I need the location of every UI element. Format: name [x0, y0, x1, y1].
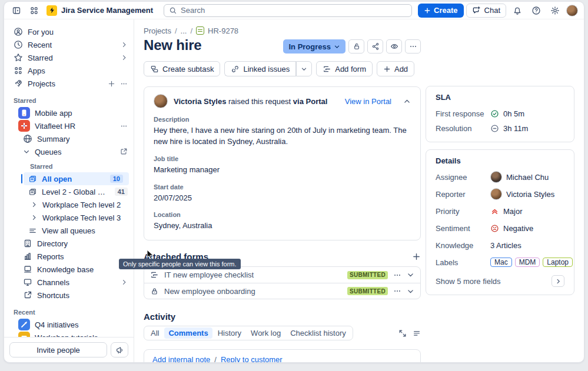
- help-button[interactable]: [529, 4, 544, 17]
- details-row-priority[interactable]: Priority Major: [436, 205, 564, 217]
- queue-group-workplace-tech-3[interactable]: Workplace Tech level 3: [4, 211, 134, 224]
- tab-work-log[interactable]: Work log: [247, 327, 285, 339]
- create-subtask-button[interactable]: Create subtask: [144, 61, 220, 76]
- issue-toolbar: Create subtask Linked issues: [144, 61, 421, 76]
- sidebar-project-vitafleet-hr[interactable]: Vitafleet HR: [4, 119, 134, 132]
- add-internal-note-link[interactable]: Add internal note: [152, 355, 210, 362]
- user-avatar[interactable]: [566, 5, 578, 16]
- search-input[interactable]: [181, 6, 407, 15]
- permissions-button[interactable]: [348, 39, 364, 54]
- linked-issues-dropdown[interactable]: [296, 61, 312, 76]
- label-chip[interactable]: Mac: [490, 258, 512, 267]
- tab-history[interactable]: History: [214, 327, 245, 339]
- tab-all[interactable]: All: [147, 327, 163, 339]
- search-bar[interactable]: [164, 4, 412, 17]
- knowledge-value: 3 Articles: [490, 241, 521, 250]
- queue-count-badge: 10: [110, 175, 123, 183]
- app-logo[interactable]: Jira Service Management: [44, 5, 157, 16]
- form-row-it-checklist[interactable]: IT new employee checklist SUBMITTED: [144, 267, 420, 283]
- issue-title[interactable]: New hire: [144, 37, 201, 54]
- sidebar-item-starred[interactable]: Starred: [4, 51, 134, 64]
- more-actions-button[interactable]: [405, 39, 421, 54]
- breadcrumb-ellipsis[interactable]: ...: [181, 26, 187, 35]
- queue-item-level2-global-sso[interactable]: Level 2 - Global SSO 41: [4, 185, 134, 198]
- notifications-button[interactable]: [510, 4, 525, 17]
- field-label: Location: [154, 211, 411, 218]
- breadcrumb-projects[interactable]: Projects: [144, 26, 171, 35]
- sort-lines-icon[interactable]: [413, 329, 421, 337]
- label-chip[interactable]: Laptop: [543, 258, 573, 267]
- details-row-reporter[interactable]: Reporter Victoria Styles: [436, 188, 564, 200]
- queue-item-view-all[interactable]: View all queues: [4, 224, 134, 237]
- chat-button[interactable]: Chat: [466, 4, 506, 18]
- sidebar-item-queues[interactable]: Queues: [4, 145, 134, 158]
- chevron-down-icon[interactable]: [407, 271, 414, 279]
- form-name[interactable]: New employee onboarding: [164, 287, 342, 296]
- tab-comments[interactable]: Comments: [164, 327, 212, 339]
- form-status-badge: SUBMITTED: [347, 287, 388, 295]
- sla-row-resolution[interactable]: Resolution 3h 11m: [436, 122, 564, 134]
- watch-button[interactable]: [386, 39, 402, 54]
- app-switcher-icon: [29, 6, 39, 15]
- breadcrumb-issue-key[interactable]: HR-9278: [208, 26, 238, 35]
- field-value[interactable]: 20/07/2025: [154, 193, 411, 204]
- chevron-down-icon[interactable]: [407, 288, 414, 295]
- settings-button[interactable]: [547, 4, 563, 17]
- field-value[interactable]: Sydney, Australia: [154, 220, 411, 232]
- more-icon[interactable]: [120, 122, 128, 130]
- description-text[interactable]: Hey there, I have a new hire staring on …: [154, 125, 411, 148]
- status-dropdown[interactable]: In Progress: [283, 39, 346, 54]
- linked-issues-button[interactable]: Linked issues: [224, 61, 295, 76]
- recent-item-workshop-tutorials[interactable]: Workshop tutorials: [4, 331, 134, 337]
- details-row-labels[interactable]: Labels Mac MDM Laptop: [436, 256, 564, 268]
- sidebar-toggle-button[interactable]: [9, 4, 24, 17]
- sla-row-first-response[interactable]: First response 0h 5m: [436, 108, 564, 119]
- more-icon[interactable]: [393, 287, 401, 295]
- share-button[interactable]: [367, 39, 383, 54]
- details-row-knowledge[interactable]: Knowledge 3 Articles: [436, 239, 564, 251]
- app-switcher-button[interactable]: [26, 4, 42, 17]
- create-button[interactable]: Create: [418, 4, 463, 18]
- details-row-assignee[interactable]: Assignee Michael Chu: [436, 171, 564, 183]
- label-chip[interactable]: MDM: [515, 258, 540, 267]
- comment-composer[interactable]: Add internal note / Reply to customer: [144, 349, 421, 362]
- more-icon[interactable]: [120, 80, 128, 88]
- queue-group-workplace-tech-2[interactable]: Workplace Tech level 2: [4, 198, 134, 211]
- form-row-onboarding[interactable]: New employee onboarding SUBMITTED: [144, 283, 420, 299]
- reply-to-customer-link[interactable]: Reply to customer: [221, 355, 283, 362]
- open-panel-icon[interactable]: [119, 148, 128, 156]
- sla-card: SLA First response 0h 5m Resolution: [426, 86, 574, 142]
- sidebar-item-label: For you: [28, 28, 128, 36]
- queue-item-all-open[interactable]: All open 10: [24, 172, 129, 185]
- sidebar-item-directory[interactable]: Directory: [4, 237, 134, 250]
- sidebar-item-for-you[interactable]: For you: [4, 25, 134, 38]
- sidebar-item-recent[interactable]: Recent: [4, 38, 134, 51]
- feedback-button[interactable]: [111, 342, 128, 357]
- more-icon[interactable]: [393, 271, 401, 279]
- add-button[interactable]: Add: [377, 61, 414, 76]
- sidebar-item-projects[interactable]: Projects: [4, 77, 134, 90]
- sidebar-item-summary[interactable]: Summary: [4, 132, 134, 145]
- add-form-plus-icon[interactable]: [412, 252, 421, 261]
- sidebar-item-channels[interactable]: Channels: [4, 276, 134, 289]
- sidebar-item-shortcuts[interactable]: Shortcuts: [4, 289, 134, 302]
- view-in-portal-link[interactable]: View in Portal: [345, 97, 391, 106]
- form-name[interactable]: IT new employee checklist: [164, 270, 342, 279]
- add-form-button[interactable]: Add form: [316, 61, 373, 76]
- sla-value: 3h 11m: [503, 124, 528, 133]
- sidebar-project-mobile-app[interactable]: Mobile app: [4, 106, 134, 119]
- add-project-icon[interactable]: [108, 80, 115, 88]
- field-value[interactable]: Marketing manager: [154, 165, 411, 176]
- show-more-fields-row[interactable]: Show 5 more fields: [436, 275, 564, 287]
- expand-icon[interactable]: [398, 329, 407, 337]
- megaphone-icon: [115, 346, 124, 355]
- details-row-sentiment[interactable]: Sentiment Negative: [436, 222, 564, 234]
- invite-people-button[interactable]: Invite people: [9, 342, 107, 357]
- collapse-chevron-up-icon[interactable]: [403, 98, 411, 105]
- show-more-button[interactable]: [552, 275, 564, 287]
- sidebar-item-reports[interactable]: Reports: [4, 250, 134, 263]
- recent-item-q4-initiatives[interactable]: Q4 initiatives: [4, 318, 134, 331]
- sidebar-item-knowledge-base[interactable]: Knowledge base: [4, 263, 134, 276]
- tab-checklist-history[interactable]: Checklist history: [286, 327, 350, 339]
- sidebar-item-apps[interactable]: Apps: [4, 64, 134, 77]
